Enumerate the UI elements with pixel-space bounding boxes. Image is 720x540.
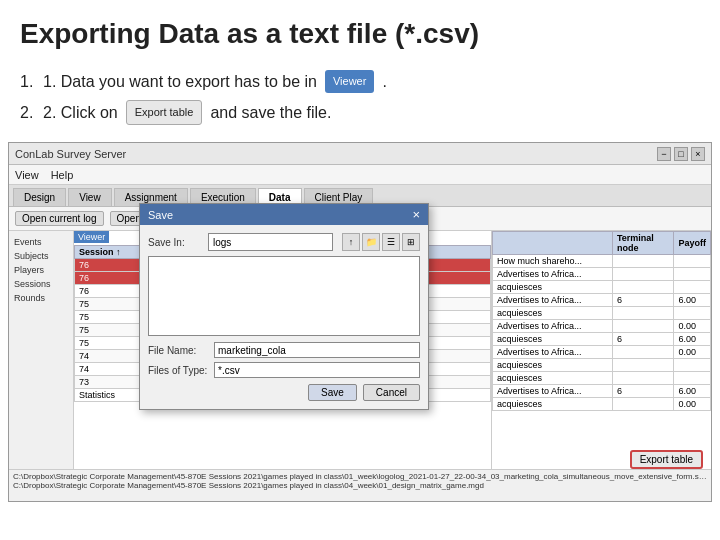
save-button[interactable]: Save bbox=[308, 384, 357, 401]
table-row: How much shareho... bbox=[493, 255, 711, 268]
filename-label: File Name: bbox=[148, 345, 210, 356]
table-row: Advertises to Africa...66.00 bbox=[493, 294, 711, 307]
cancel-button[interactable]: Cancel bbox=[363, 384, 420, 401]
screenshot-container: ConLab Survey Server − □ × View Help Des… bbox=[8, 142, 712, 502]
table-row: Advertises to Africa... bbox=[493, 268, 711, 281]
close-button[interactable]: × bbox=[691, 147, 705, 161]
instruction-1-prefix: 1. Data you want to export has to be in bbox=[43, 68, 317, 95]
title-area: Exporting Data as a text file (*.csv) bbox=[0, 0, 720, 60]
save-in-row: Save In: logs ↑ 📁 ☰ ⊞ bbox=[148, 233, 420, 251]
table-row: Advertises to Africa...0.00 bbox=[493, 346, 711, 359]
view-grid-button[interactable]: ⊞ bbox=[402, 233, 420, 251]
view-list-button[interactable]: ☰ bbox=[382, 233, 400, 251]
right-panel: Terminal node Payoff How much shareho...… bbox=[491, 231, 711, 473]
viewer-label: Viewer bbox=[74, 231, 109, 243]
right-table-area: Terminal node Payoff How much shareho...… bbox=[492, 231, 711, 411]
instruction-2-prefix: 2. Click on bbox=[43, 99, 118, 126]
save-in-label: Save In: bbox=[148, 237, 203, 248]
filename-row: File Name: bbox=[148, 342, 420, 358]
instruction-2: 2. 2. Click on Export table and save the… bbox=[20, 99, 700, 126]
dialog-icons: ↑ 📁 ☰ ⊞ bbox=[342, 233, 420, 251]
status-bar: C:\Dropbox\Strategic Corporate Managemen… bbox=[9, 469, 711, 501]
table-row: acquiesces bbox=[493, 281, 711, 294]
status-line-2: C:\Dropbox\Strategic Corporate Managemen… bbox=[13, 481, 707, 490]
save-in-value[interactable]: logs bbox=[208, 233, 333, 251]
table-row: Advertises to Africa...0.00 bbox=[493, 320, 711, 333]
window-titlebar: ConLab Survey Server − □ × bbox=[9, 143, 711, 165]
minimize-button[interactable]: − bbox=[657, 147, 671, 161]
dialog-title-bar: Save × bbox=[140, 204, 428, 225]
instruction-1: 1. 1. Data you want to export has to be … bbox=[20, 68, 700, 95]
dialog-body: Save In: logs ↑ 📁 ☰ ⊞ File Name: Files o… bbox=[140, 225, 428, 409]
tab-design[interactable]: Design bbox=[13, 188, 66, 206]
tab-view[interactable]: View bbox=[68, 188, 112, 206]
save-dialog: Save × Save In: logs ↑ 📁 ☰ ⊞ File Name: … bbox=[139, 203, 429, 410]
status-line-1: C:\Dropbox\Strategic Corporate Managemen… bbox=[13, 472, 707, 481]
menu-bar: View Help bbox=[9, 165, 711, 185]
window-controls: − □ × bbox=[657, 147, 705, 161]
nav-up-button[interactable]: ↑ bbox=[342, 233, 360, 251]
page-title: Exporting Data as a text file (*.csv) bbox=[20, 18, 479, 49]
sidebar-item-players[interactable]: Players bbox=[11, 263, 71, 277]
filename-input[interactable] bbox=[214, 342, 420, 358]
filetype-row: Files of Type: bbox=[148, 362, 420, 378]
sidebar-item-subjects[interactable]: Subjects bbox=[11, 249, 71, 263]
export-table-button[interactable]: Export table bbox=[630, 450, 703, 469]
instructions: 1. 1. Data you want to export has to be … bbox=[0, 60, 720, 140]
sidebar-item-events[interactable]: Events bbox=[11, 235, 71, 249]
left-sidebar: Events Subjects Players Sessions Rounds bbox=[9, 231, 74, 473]
menu-help[interactable]: Help bbox=[51, 169, 74, 181]
sidebar-item-rounds[interactable]: Rounds bbox=[11, 291, 71, 305]
instruction-2-suffix: and save the file. bbox=[210, 99, 331, 126]
export-table-inline-btn[interactable]: Export table bbox=[126, 100, 203, 125]
table-row: acquiesces bbox=[493, 359, 711, 372]
dialog-buttons: Save Cancel bbox=[148, 384, 420, 401]
open-current-log-button[interactable]: Open current log bbox=[15, 211, 104, 226]
right-data-table: Terminal node Payoff How much shareho...… bbox=[492, 231, 711, 411]
table-row: acquiesces0.00 bbox=[493, 398, 711, 411]
filetype-label: Files of Type: bbox=[148, 365, 210, 376]
maximize-button[interactable]: □ bbox=[674, 147, 688, 161]
menu-view[interactable]: View bbox=[15, 169, 39, 181]
dialog-close-button[interactable]: × bbox=[412, 207, 420, 222]
table-row: acquiesces bbox=[493, 372, 711, 385]
instruction-1-suffix: . bbox=[382, 68, 386, 95]
table-row: acquiesces66.00 bbox=[493, 333, 711, 346]
window-title: ConLab Survey Server bbox=[15, 148, 126, 160]
new-folder-button[interactable]: 📁 bbox=[362, 233, 380, 251]
dialog-file-area bbox=[148, 256, 420, 336]
dialog-title: Save bbox=[148, 209, 173, 221]
filetype-input[interactable] bbox=[214, 362, 420, 378]
table-row: Advertises to Africa...66.00 bbox=[493, 385, 711, 398]
table-row: acquiesces bbox=[493, 307, 711, 320]
sidebar-item-sessions[interactable]: Sessions bbox=[11, 277, 71, 291]
viewer-badge: Viewer bbox=[325, 70, 374, 93]
